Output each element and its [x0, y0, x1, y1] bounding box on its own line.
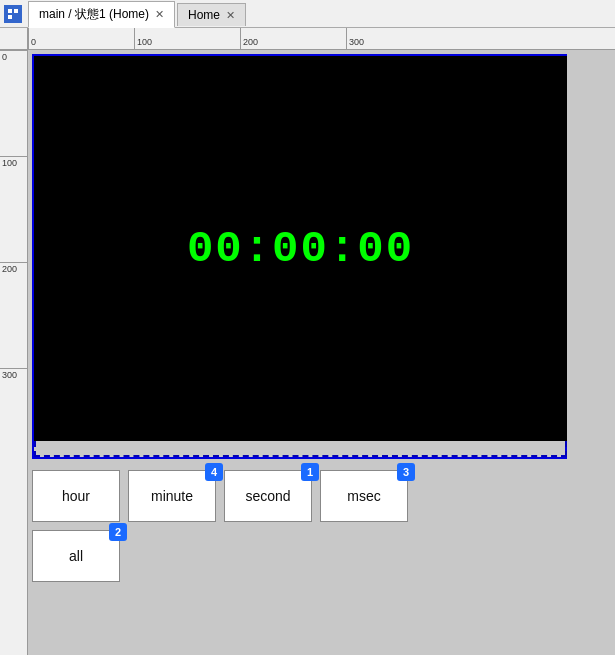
canvas-content: 00:00:00 hour 4 minute: [28, 50, 615, 655]
ruler-tick-300: 300: [346, 28, 364, 49]
ruler-side: 0 100 200 300: [0, 50, 28, 655]
msec-label: msec: [347, 488, 380, 504]
hour-label: hour: [62, 488, 90, 504]
title-bar: main / 状態1 (Home) ✕ Home ✕: [0, 0, 615, 28]
second-label: second: [245, 488, 290, 504]
buttons-area: hour 4 minute 1 second 3 msec: [32, 470, 408, 582]
scene-container: 00:00:00: [32, 54, 567, 459]
side-tick-200: 200: [0, 262, 27, 274]
minute-label: minute: [151, 488, 193, 504]
buttons-row-2: 2 all: [32, 530, 408, 582]
canvas-area: 0 100 200 300 00:00:00: [0, 50, 615, 655]
minute-button[interactable]: 4 minute: [128, 470, 216, 522]
hour-button[interactable]: hour: [32, 470, 120, 522]
all-button[interactable]: 2 all: [32, 530, 120, 582]
tab-main-close[interactable]: ✕: [155, 8, 164, 21]
main-area: 0 100 200 300 0 100 200 300 00:00:00: [0, 28, 615, 655]
side-tick-100: 100: [0, 156, 27, 168]
ruler-tick-0: 0: [28, 28, 36, 49]
side-tick-0: 0: [0, 50, 27, 62]
tab-main-label: main / 状態1 (Home): [39, 6, 149, 23]
all-badge: 2: [109, 523, 127, 541]
msec-button[interactable]: 3 msec: [320, 470, 408, 522]
svg-rect-3: [8, 15, 12, 19]
all-label: all: [69, 548, 83, 564]
svg-rect-1: [8, 9, 12, 13]
tab-home-close[interactable]: ✕: [226, 9, 235, 22]
side-tick-300: 300: [0, 368, 27, 380]
scene-black: 00:00:00: [34, 56, 567, 441]
ruler-tick-200: 200: [240, 28, 258, 49]
ruler-corner: [0, 28, 28, 50]
svg-rect-2: [14, 9, 18, 13]
tab-main[interactable]: main / 状態1 (Home) ✕: [28, 1, 175, 28]
content-wrapper: 0 100 200 300 0 100 200 300 00:00:00: [0, 28, 615, 655]
scene-dashed: [34, 441, 567, 457]
msec-badge: 3: [397, 463, 415, 481]
second-badge: 1: [301, 463, 319, 481]
ruler-top: 0 100 200 300: [28, 28, 615, 50]
second-button[interactable]: 1 second: [224, 470, 312, 522]
minute-badge: 4: [205, 463, 223, 481]
buttons-row-1: hour 4 minute 1 second 3 msec: [32, 470, 408, 522]
clock-display: 00:00:00: [187, 224, 414, 274]
ruler-row: 0 100 200 300: [0, 28, 615, 50]
tab-home[interactable]: Home ✕: [177, 3, 246, 26]
ruler-tick-100: 100: [134, 28, 152, 49]
tab-home-label: Home: [188, 8, 220, 22]
app-icon: [4, 5, 22, 23]
